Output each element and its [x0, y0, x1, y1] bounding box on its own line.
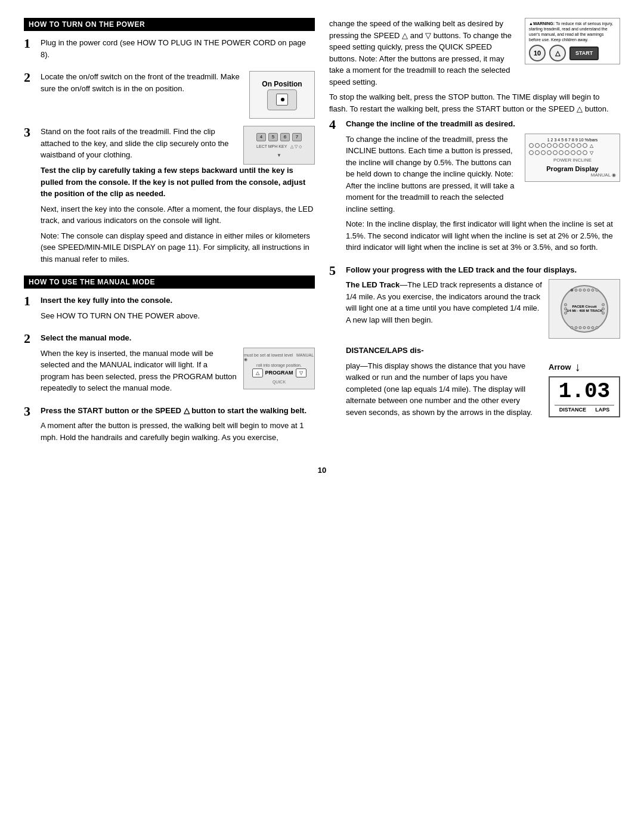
speed-btn-10[interactable]: 10 — [529, 45, 546, 61]
distance-text-block: play—This display shows the distance tha… — [346, 360, 543, 422]
step-5-content: Follow your progress with the LED track … — [346, 264, 620, 422]
pdot-l3 — [564, 312, 567, 315]
lect-mph-key-label: LECT MPH KEY △ ▽ ◇ — [256, 144, 302, 149]
distance-title: DISTANCE/LAPS dis- — [346, 345, 620, 357]
pdot-l2 — [564, 308, 567, 311]
led-track-title: The LED Track — [346, 280, 400, 289]
step-1b-content: Insert the key fully into the console. S… — [41, 295, 315, 325]
program-label: PROGRAM — [265, 370, 293, 376]
inc-dot-t4 — [547, 143, 552, 148]
inc-num-8: 8 — [572, 138, 574, 142]
pdot-r2 — [602, 308, 605, 311]
speed-btn-triangle[interactable]: △ — [549, 45, 566, 61]
right-column: ▲WARNING: To reduce risk of serious inju… — [329, 18, 620, 454]
keypad-diagram: 4 5 6 7 LECT MPH KEY △ ▽ ◇ ▼ — [243, 126, 315, 165]
step-number-4: 4 — [329, 118, 342, 131]
inc-down-arrow: ▽ — [590, 150, 593, 156]
distance-number: 1.03 — [555, 381, 614, 402]
step-4-with-image: To change the incline of the treadmill, … — [346, 134, 620, 219]
step-2a-text: Locate the on/off switch on the front of… — [41, 71, 243, 94]
step-1-turn-on: 1 Plug in the power cord (see HOW TO PLU… — [24, 37, 315, 64]
inc-dot-b7 — [565, 150, 569, 155]
section-manual-mode-header: HOW TO USE THE MANUAL MODE — [24, 275, 315, 289]
distance-footer: DISTANCE LAPS — [555, 405, 614, 413]
step-5: 5 Follow your progress with the LED trac… — [329, 264, 620, 422]
manual-indicator: MANUAL ◉ — [529, 172, 616, 178]
inc-dot-b8 — [571, 150, 575, 155]
on-position-diagram: On Position — [249, 71, 315, 119]
step-2a-image: On Position — [249, 71, 315, 119]
pdot-b1 — [571, 326, 574, 329]
distance-label: DISTANCE — [559, 407, 586, 413]
inc-dot-b4 — [547, 150, 552, 155]
step-3-turn-on: 3 Stand on the foot rails of the treadmi… — [24, 126, 315, 268]
pdot-t4 — [583, 289, 586, 292]
inc-num-2: 2 — [551, 138, 553, 142]
step-3a-text-block: Stand on the foot rails of the treadmill… — [41, 126, 237, 165]
pacer-dots-right — [602, 304, 605, 315]
step-2-turn-on: 2 Locate the on/off switch on the front … — [24, 71, 315, 119]
manual-buttons: △ PROGRAM ▽ — [252, 368, 306, 377]
page-number: 10 — [24, 466, 620, 475]
pacer-dots-top — [571, 289, 599, 292]
start-btn[interactable]: START — [569, 47, 599, 61]
step-2b-image: must be set at lowest level MANUAL ◉ rol… — [243, 348, 315, 389]
step-1b-bold: Insert the key fully into the console. — [41, 296, 172, 305]
program-display-label: Program Display — [529, 165, 616, 172]
step-4-desc-1: To change the incline of the treadmill, … — [346, 134, 519, 215]
inc-dot-b9 — [577, 150, 581, 155]
triangle-btn[interactable]: △ — [252, 368, 263, 377]
laps-label: LAPS — [595, 407, 609, 413]
pdot-t2 — [575, 289, 578, 292]
led-track-text-block: The LED Track—The LED track represents a… — [346, 279, 543, 329]
key-6: 6 — [280, 133, 290, 141]
inc-dot-t3 — [541, 143, 546, 148]
on-position-label: On Position — [262, 80, 302, 88]
pdot-b5 — [587, 326, 590, 329]
inc-dot-t1 — [529, 143, 534, 148]
step-4: 4 Change the incline of the treadmill as… — [329, 118, 620, 257]
inc-num-6: 6 — [565, 138, 567, 142]
inc-dot-b2 — [535, 150, 540, 155]
step-number-3a: 3 — [24, 126, 37, 139]
step-4-desc-2: Note: In the incline display, the first … — [346, 218, 620, 253]
arrow-label: Arrow ↓ — [549, 360, 620, 374]
step-2b-bold: Select the manual mode. — [41, 333, 131, 342]
warning-box: ▲WARNING: To reduce risk of serious inju… — [525, 18, 620, 64]
step-2a-with-image: Locate the on/off switch on the front of… — [41, 71, 315, 119]
key-4: 4 — [256, 133, 266, 141]
step-1b-text: Insert the key fully into the console. — [41, 295, 315, 306]
pdot-b7 — [596, 326, 599, 329]
page-content: HOW TO TURN ON THE POWER 1 Plug in the p… — [24, 18, 620, 454]
step-3a-bold-1: Test the clip by carefully taking a few … — [41, 166, 305, 198]
step-3a-with-image: Stand on the foot rails of the treadmill… — [41, 126, 315, 165]
nabla-btn[interactable]: ▽ — [296, 368, 306, 377]
manual-label-2: roll into storage position. — [256, 363, 302, 367]
step-1-manual: 1 Insert the key fully into the console.… — [24, 295, 315, 325]
power-incline-label: POWER INCLINE — [529, 157, 616, 163]
left-column: HOW TO TURN ON THE POWER 1 Plug in the p… — [24, 18, 315, 454]
arrow-down-symbol: ↓ — [575, 360, 581, 374]
inc-dot-t10 — [583, 143, 587, 148]
step-3-manual: 3 Press the START button or the SPEED △ … — [24, 405, 315, 447]
inc-num-3: 3 — [554, 138, 556, 142]
step-1a-text: Plug in the power cord (see HOW TO PLUG … — [41, 37, 315, 60]
incline-row-bottom: ▽ — [529, 150, 616, 156]
inc-dot-t8 — [571, 143, 575, 148]
manual-label-1: must be set at lowest level MANUAL ◉ — [244, 353, 314, 362]
key-5: 5 — [268, 133, 278, 141]
pdot-b4 — [583, 326, 586, 329]
pacer-brand-label: PACER Circuit — [566, 305, 602, 309]
pdot-t1 — [571, 289, 574, 292]
step-2b-with-image: When the key is inserted, the manual mod… — [41, 348, 315, 398]
step-number-3b: 3 — [24, 405, 37, 418]
distance-with-image: play—This display shows the distance tha… — [346, 360, 620, 422]
page-wrapper: HOW TO TURN ON THE POWER 1 Plug in the p… — [24, 18, 620, 475]
pacer-dots-left — [564, 304, 567, 315]
inc-dot-t5 — [553, 143, 558, 148]
inc-dot-b1 — [529, 150, 534, 155]
step-number-2a: 2 — [24, 71, 37, 84]
speed-btn-10-label: 10 — [534, 49, 541, 57]
step-2a-text-block: Locate the on/off switch on the front of… — [41, 71, 243, 98]
inc-dot-t6 — [559, 143, 564, 148]
